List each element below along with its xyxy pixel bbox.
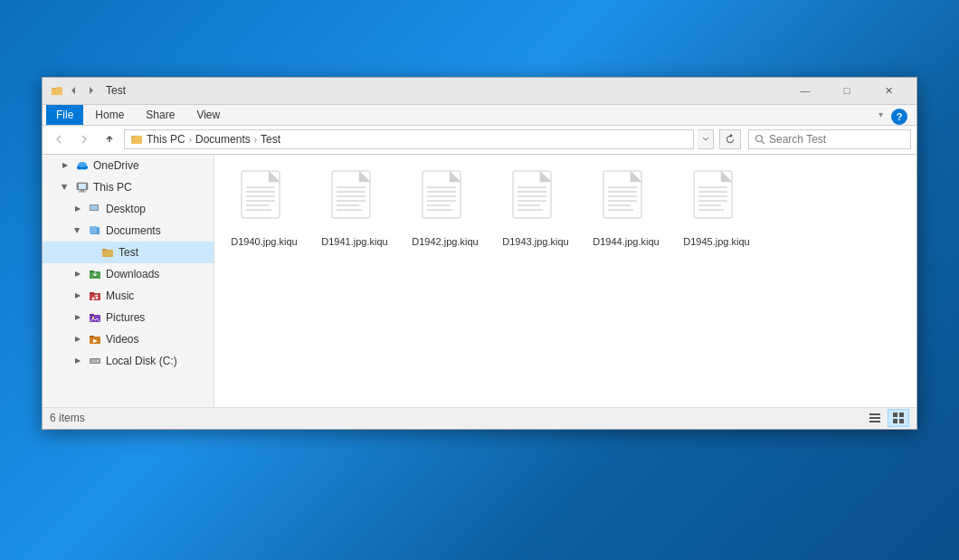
expand-arrow-documents: ▶ [71, 224, 84, 237]
file-icon [508, 169, 563, 233]
path-test: Test [261, 133, 280, 146]
chevron-down-icon[interactable]: ▾ [873, 108, 888, 122]
maximize-button[interactable]: □ [826, 77, 868, 104]
videos-icon [88, 332, 102, 346]
sidebar-item-documents[interactable]: ▶ Documents [43, 220, 214, 242]
path-dropdown-button[interactable] [698, 129, 714, 149]
sidebar-item-downloads[interactable]: ▶ Downloads [43, 263, 214, 285]
file-explorer-window: Test — □ ✕ File Home Share View ▾ ? [42, 77, 917, 430]
sidebar-label-documents: Documents [106, 224, 161, 237]
sidebar-label-music: Music [106, 289, 134, 302]
path-documents: Documents [195, 133, 251, 146]
svg-point-9 [78, 162, 87, 167]
svg-rect-82 [893, 413, 897, 417]
file-item[interactable]: D1943.jpg.kiqu [495, 164, 576, 252]
tab-file[interactable]: File [46, 105, 83, 125]
svg-line-6 [762, 141, 764, 144]
search-box[interactable] [748, 129, 911, 149]
file-item[interactable]: D1942.jpg.kiqu [404, 164, 486, 252]
svg-rect-21 [90, 271, 94, 272]
expand-arrow-downloads: ▶ [71, 268, 84, 280]
svg-rect-83 [899, 413, 904, 417]
refresh-button[interactable] [719, 129, 741, 149]
expand-arrow-music: ▶ [71, 289, 84, 302]
svg-rect-22 [90, 293, 100, 300]
sidebar-item-music[interactable]: ▶ Music [43, 285, 214, 307]
file-label: D1940.jpg.kiqu [231, 236, 297, 247]
svg-rect-11 [79, 184, 86, 189]
svg-rect-79 [869, 413, 880, 415]
tab-share[interactable]: Share [136, 105, 185, 125]
sidebar-item-onedrive[interactable]: ▶ OneDrive [43, 155, 214, 176]
file-item[interactable]: D1944.jpg.kiqu [585, 164, 667, 252]
forward-icon [84, 83, 99, 98]
ribbon: File Home Share View ▾ ? [43, 105, 916, 126]
window-title: Test [106, 84, 784, 97]
file-icon [237, 169, 291, 233]
file-area: D1940.jpg.kiqu D1941.jpg. [214, 155, 916, 407]
close-button[interactable]: ✕ [868, 77, 909, 104]
path-thispc: This PC [147, 133, 185, 146]
forward-button[interactable] [73, 128, 95, 150]
svg-point-25 [96, 296, 99, 299]
documents-icon [88, 223, 102, 238]
title-bar: Test — □ ✕ [43, 78, 916, 105]
expand-arrow-desktop: ▶ [71, 203, 84, 215]
sidebar: ▶ OneDrive ▶ This PC ▶ Deskto [43, 155, 214, 407]
pictures-icon [88, 310, 102, 325]
back-button[interactable] [48, 128, 70, 150]
svg-rect-31 [90, 336, 94, 337]
music-icon [88, 289, 102, 303]
svg-rect-85 [899, 419, 904, 423]
file-label: D1944.jpg.kiqu [593, 236, 659, 247]
sidebar-label-videos: Videos [106, 333, 138, 346]
svg-rect-28 [90, 314, 94, 316]
drive-icon [88, 354, 102, 368]
svg-rect-17 [90, 226, 97, 233]
tab-view[interactable]: View [186, 105, 230, 125]
pc-icon [75, 180, 90, 195]
search-input[interactable] [769, 133, 896, 146]
folder-icon [50, 83, 64, 98]
sidebar-item-desktop[interactable]: ▶ Desktop [43, 198, 214, 220]
ribbon-tabs: File Home Share View ▾ ? [43, 105, 916, 125]
search-icon [755, 134, 765, 145]
details-view-button[interactable] [864, 409, 886, 427]
sidebar-label-downloads: Downloads [106, 268, 159, 280]
view-toggle [864, 409, 909, 427]
large-icons-view-button[interactable] [888, 409, 909, 427]
sidebar-item-videos[interactable]: ▶ Videos [43, 328, 214, 350]
svg-rect-2 [52, 88, 56, 90]
svg-rect-19 [102, 249, 107, 251]
sidebar-item-localdisk[interactable]: ▶ Local Disk (C:) [43, 350, 214, 372]
file-item[interactable]: D1940.jpg.kiqu [223, 164, 305, 252]
file-icon [689, 169, 744, 233]
desktop-icon [88, 202, 102, 216]
help-button[interactable]: ? [891, 109, 907, 125]
address-bar: This PC › Documents › Test [43, 126, 916, 155]
svg-rect-23 [90, 292, 94, 294]
sidebar-label-onedrive: OneDrive [93, 159, 139, 172]
minimize-button[interactable]: — [784, 77, 826, 104]
tab-home[interactable]: Home [85, 105, 134, 125]
svg-point-24 [92, 297, 95, 299]
svg-point-5 [756, 136, 763, 142]
sidebar-item-test[interactable]: ▶ Test [43, 242, 214, 263]
file-item[interactable]: D1945.jpg.kiqu [676, 164, 757, 252]
file-item[interactable]: D1941.jpg.kiqu [314, 164, 395, 252]
onedrive-icon [75, 158, 90, 173]
titlebar-icons [50, 83, 99, 98]
sidebar-item-thispc[interactable]: ▶ This PC [43, 176, 214, 198]
up-button[interactable] [99, 128, 120, 150]
file-icon [418, 169, 472, 233]
sidebar-label-pictures: Pictures [106, 311, 145, 324]
window-controls: — □ ✕ [784, 77, 909, 104]
sidebar-item-pictures[interactable]: ▶ Pictures [43, 307, 214, 328]
status-bar: 6 items [43, 407, 916, 429]
file-icon [328, 169, 382, 233]
file-label: D1942.jpg.kiqu [412, 236, 478, 247]
svg-rect-80 [869, 417, 880, 419]
address-path[interactable]: This PC › Documents › Test [124, 129, 694, 149]
svg-rect-4 [131, 136, 135, 138]
svg-rect-36 [90, 361, 96, 362]
